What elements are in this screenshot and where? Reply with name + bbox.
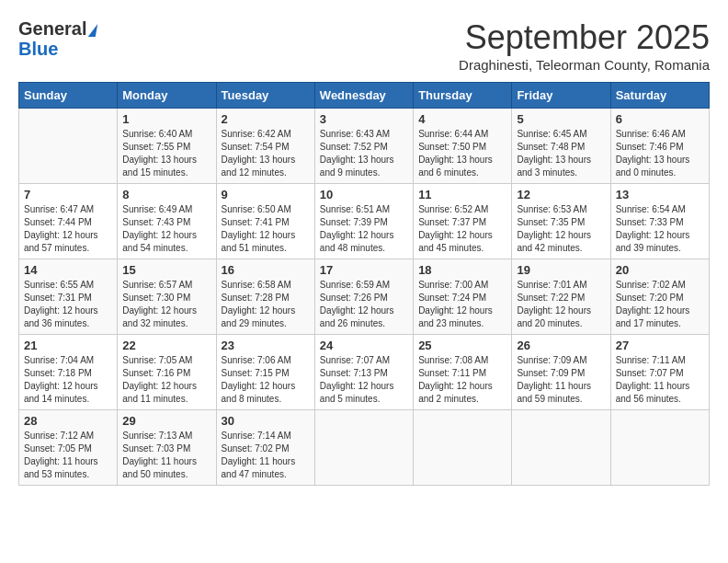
day-info: Sunrise: 6:44 AM Sunset: 7:50 PM Dayligh… <box>418 128 506 179</box>
day-info: Sunrise: 6:45 AM Sunset: 7:48 PM Dayligh… <box>517 128 605 179</box>
day-info: Sunrise: 7:00 AM Sunset: 7:24 PM Dayligh… <box>418 279 506 330</box>
day-number: 29 <box>122 414 210 428</box>
day-info: Sunrise: 6:57 AM Sunset: 7:30 PM Dayligh… <box>122 279 210 330</box>
day-cell: 30Sunrise: 7:14 AM Sunset: 7:02 PM Dayli… <box>216 410 314 486</box>
day-info: Sunrise: 6:58 AM Sunset: 7:28 PM Dayligh… <box>222 279 310 330</box>
day-info: Sunrise: 6:51 AM Sunset: 7:39 PM Dayligh… <box>320 203 408 255</box>
logo-blue: Blue <box>18 39 58 59</box>
day-number: 30 <box>222 414 310 428</box>
day-cell: 18Sunrise: 7:00 AM Sunset: 7:24 PM Dayli… <box>414 259 512 335</box>
day-number: 15 <box>122 263 210 277</box>
day-info: Sunrise: 6:47 AM Sunset: 7:44 PM Dayligh… <box>24 203 112 255</box>
day-number: 11 <box>418 188 506 201</box>
day-info: Sunrise: 7:14 AM Sunset: 7:02 PM Dayligh… <box>222 430 310 481</box>
day-cell: 13Sunrise: 6:54 AM Sunset: 7:33 PM Dayli… <box>610 184 709 259</box>
day-info: Sunrise: 6:50 AM Sunset: 7:41 PM Dayligh… <box>222 203 310 255</box>
day-cell: 15Sunrise: 6:57 AM Sunset: 7:30 PM Dayli… <box>118 259 216 335</box>
day-cell <box>314 410 413 486</box>
page-header: General Blue September 2025 Draghinesti,… <box>18 18 710 73</box>
day-number: 27 <box>616 339 704 352</box>
day-number: 12 <box>517 188 605 201</box>
location-subtitle: Draghinesti, Teleorman County, Romania <box>459 57 710 73</box>
weekday-header-tuesday: Tuesday <box>216 83 314 109</box>
day-cell <box>610 410 709 486</box>
day-info: Sunrise: 7:13 AM Sunset: 7:03 PM Dayligh… <box>122 430 210 481</box>
day-cell: 27Sunrise: 7:11 AM Sunset: 7:07 PM Dayli… <box>610 335 709 410</box>
day-number: 6 <box>616 112 704 126</box>
day-cell <box>512 410 610 486</box>
day-cell: 10Sunrise: 6:51 AM Sunset: 7:39 PM Dayli… <box>314 184 413 259</box>
day-number: 8 <box>122 188 210 201</box>
day-info: Sunrise: 6:40 AM Sunset: 7:55 PM Dayligh… <box>122 128 210 179</box>
day-info: Sunrise: 6:59 AM Sunset: 7:26 PM Dayligh… <box>320 279 408 330</box>
day-number: 17 <box>320 263 408 277</box>
day-cell: 16Sunrise: 6:58 AM Sunset: 7:28 PM Dayli… <box>216 259 314 335</box>
day-cell: 14Sunrise: 6:55 AM Sunset: 7:31 PM Dayli… <box>19 259 118 335</box>
day-number: 16 <box>222 263 310 277</box>
week-row-2: 7Sunrise: 6:47 AM Sunset: 7:44 PM Daylig… <box>19 184 710 259</box>
day-number: 18 <box>418 263 506 277</box>
day-cell: 22Sunrise: 7:05 AM Sunset: 7:16 PM Dayli… <box>118 335 216 410</box>
day-number: 13 <box>616 188 704 201</box>
day-info: Sunrise: 7:08 AM Sunset: 7:11 PM Dayligh… <box>418 354 506 406</box>
weekday-header-saturday: Saturday <box>610 83 709 109</box>
day-cell <box>414 410 512 486</box>
month-title: September 2025 <box>459 18 710 57</box>
logo: General Blue <box>18 18 97 59</box>
day-number: 14 <box>24 263 112 277</box>
day-cell: 12Sunrise: 6:53 AM Sunset: 7:35 PM Dayli… <box>512 184 610 259</box>
week-row-3: 14Sunrise: 6:55 AM Sunset: 7:31 PM Dayli… <box>19 259 710 335</box>
day-info: Sunrise: 7:09 AM Sunset: 7:09 PM Dayligh… <box>517 354 605 406</box>
day-cell: 8Sunrise: 6:49 AM Sunset: 7:43 PM Daylig… <box>118 184 216 259</box>
day-info: Sunrise: 6:54 AM Sunset: 7:33 PM Dayligh… <box>616 203 704 255</box>
day-number: 9 <box>222 188 310 201</box>
day-number: 26 <box>517 339 605 352</box>
day-info: Sunrise: 7:12 AM Sunset: 7:05 PM Dayligh… <box>24 430 112 481</box>
day-number: 19 <box>517 263 605 277</box>
week-row-4: 21Sunrise: 7:04 AM Sunset: 7:18 PM Dayli… <box>19 335 710 410</box>
day-cell: 17Sunrise: 6:59 AM Sunset: 7:26 PM Dayli… <box>314 259 413 335</box>
day-info: Sunrise: 7:06 AM Sunset: 7:15 PM Dayligh… <box>222 354 310 406</box>
day-cell: 25Sunrise: 7:08 AM Sunset: 7:11 PM Dayli… <box>414 335 512 410</box>
day-info: Sunrise: 6:42 AM Sunset: 7:54 PM Dayligh… <box>222 128 310 179</box>
day-number: 25 <box>418 339 506 352</box>
weekday-header-thursday: Thursday <box>414 83 512 109</box>
day-info: Sunrise: 6:43 AM Sunset: 7:52 PM Dayligh… <box>320 128 408 179</box>
day-cell: 7Sunrise: 6:47 AM Sunset: 7:44 PM Daylig… <box>19 184 118 259</box>
day-number: 21 <box>24 339 112 352</box>
day-cell: 26Sunrise: 7:09 AM Sunset: 7:09 PM Dayli… <box>512 335 610 410</box>
day-info: Sunrise: 7:11 AM Sunset: 7:07 PM Dayligh… <box>616 354 704 406</box>
day-cell: 28Sunrise: 7:12 AM Sunset: 7:05 PM Dayli… <box>19 410 118 486</box>
header-row: SundayMondayTuesdayWednesdayThursdayFrid… <box>19 83 710 109</box>
day-cell: 19Sunrise: 7:01 AM Sunset: 7:22 PM Dayli… <box>512 259 610 335</box>
day-number: 1 <box>122 112 210 126</box>
day-info: Sunrise: 6:49 AM Sunset: 7:43 PM Dayligh… <box>122 203 210 255</box>
day-number: 28 <box>24 414 112 428</box>
day-cell: 11Sunrise: 6:52 AM Sunset: 7:37 PM Dayli… <box>414 184 512 259</box>
day-number: 5 <box>517 112 605 126</box>
day-info: Sunrise: 7:07 AM Sunset: 7:13 PM Dayligh… <box>320 354 408 406</box>
day-cell: 5Sunrise: 6:45 AM Sunset: 7:48 PM Daylig… <box>512 109 610 184</box>
day-cell: 29Sunrise: 7:13 AM Sunset: 7:03 PM Dayli… <box>118 410 216 486</box>
weekday-header-friday: Friday <box>512 83 610 109</box>
title-section: September 2025 Draghinesti, Teleorman Co… <box>459 18 710 73</box>
calendar-table: SundayMondayTuesdayWednesdayThursdayFrid… <box>18 82 710 486</box>
day-cell: 21Sunrise: 7:04 AM Sunset: 7:18 PM Dayli… <box>19 335 118 410</box>
day-info: Sunrise: 7:01 AM Sunset: 7:22 PM Dayligh… <box>517 279 605 330</box>
day-number: 10 <box>320 188 408 201</box>
day-cell: 24Sunrise: 7:07 AM Sunset: 7:13 PM Dayli… <box>314 335 413 410</box>
week-row-5: 28Sunrise: 7:12 AM Sunset: 7:05 PM Dayli… <box>19 410 710 486</box>
day-cell: 3Sunrise: 6:43 AM Sunset: 7:52 PM Daylig… <box>314 109 413 184</box>
day-number: 4 <box>418 112 506 126</box>
day-info: Sunrise: 7:04 AM Sunset: 7:18 PM Dayligh… <box>24 354 112 406</box>
day-number: 3 <box>320 112 408 126</box>
logo-general: General <box>18 18 97 39</box>
weekday-header-monday: Monday <box>118 83 216 109</box>
day-number: 20 <box>616 263 704 277</box>
week-row-1: 1Sunrise: 6:40 AM Sunset: 7:55 PM Daylig… <box>19 109 710 184</box>
weekday-header-wednesday: Wednesday <box>314 83 413 109</box>
day-cell: 20Sunrise: 7:02 AM Sunset: 7:20 PM Dayli… <box>610 259 709 335</box>
day-number: 22 <box>122 339 210 352</box>
day-number: 23 <box>222 339 310 352</box>
day-cell: 2Sunrise: 6:42 AM Sunset: 7:54 PM Daylig… <box>216 109 314 184</box>
